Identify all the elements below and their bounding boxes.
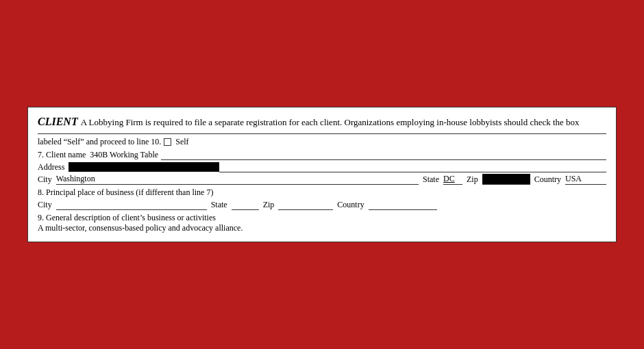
section8-country-label: Country (337, 200, 364, 210)
section8-country-field[interactable] (369, 199, 437, 210)
address-field[interactable] (219, 161, 606, 172)
row7-label: 7. Client name (38, 150, 86, 160)
section8-city-row: City State Zip Country (38, 199, 606, 210)
section8-label: 8. Principal place of business (if diffe… (38, 188, 213, 197)
state-label: State (423, 174, 439, 185)
address-redacted (69, 162, 219, 172)
section8-city-field[interactable] (56, 199, 207, 210)
client-header-text: A Lobbying Firm is required to file a se… (81, 117, 580, 127)
client-name-value: 340B Working Table (90, 150, 158, 160)
city-label: City (38, 174, 52, 185)
self-line: labeled “Self” and proceed to line 10. S… (38, 137, 606, 147)
address-label: Address (38, 162, 64, 172)
self-line-text: labeled “Self” and proceed to line 10. (38, 137, 161, 147)
section8-state-label: State (211, 200, 227, 210)
self-checkbox[interactable] (164, 138, 171, 146)
section8-zip-field[interactable] (278, 199, 333, 210)
section8-city-label: City (38, 200, 52, 210)
section8: 8. Principal place of business (if diffe… (38, 188, 606, 210)
section9-text: A multi-sector, consensus-based policy a… (38, 223, 606, 233)
state-value: DC (443, 174, 455, 184)
state-field[interactable]: DC (443, 174, 462, 185)
country-value: USA (565, 174, 582, 184)
address-row: Address (38, 161, 606, 172)
zip-label: Zip (467, 174, 478, 185)
row7: 7. Client name 340B Working Table (38, 149, 606, 160)
document-container: CLIENTA Lobbying Firm is required to fil… (27, 107, 617, 242)
country-label: Country (534, 174, 561, 185)
self-label: Self (175, 137, 188, 147)
section8-zip-label: Zip (263, 200, 275, 210)
city-state-row: City Washington State DC Zip Country USA (38, 174, 606, 185)
city-value: Washington (56, 174, 95, 184)
client-header: CLIENTA Lobbying Firm is required to fil… (38, 114, 606, 134)
client-title: CLIENT (38, 116, 78, 127)
form-rows: 7. Client name 340B Working Table Addres… (38, 149, 606, 233)
section8-state-field[interactable] (232, 199, 259, 210)
country-field[interactable]: USA (565, 174, 606, 185)
zip-field[interactable] (482, 174, 530, 185)
section9: 9. General description of client’s busin… (38, 213, 606, 233)
client-name-field[interactable] (161, 149, 606, 160)
section9-label: 9. General description of client’s busin… (38, 213, 606, 223)
city-field[interactable]: Washington (56, 174, 419, 185)
